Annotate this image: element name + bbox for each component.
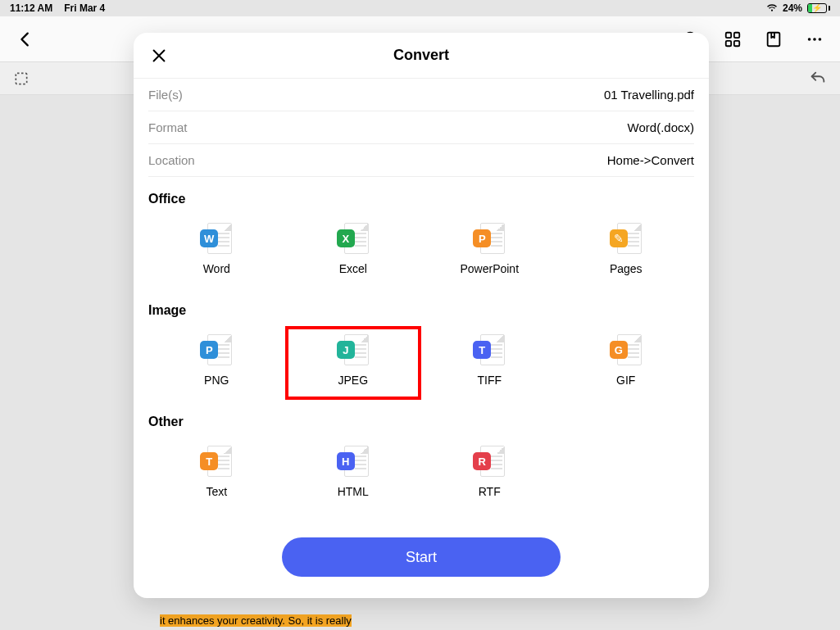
- back-button[interactable]: [16, 30, 34, 48]
- format-html[interactable]: HHTML: [285, 437, 422, 511]
- doc-line: it enhances your creativity. So, it is r…: [160, 614, 352, 627]
- svg-rect-1: [726, 32, 731, 37]
- format-label: Pages: [610, 262, 642, 275]
- more-icon[interactable]: [806, 30, 824, 48]
- format-powerpoint[interactable]: PPowerPoint: [421, 215, 558, 288]
- format-label: Format: [148, 120, 188, 134]
- modal-title: Convert: [393, 47, 449, 64]
- location-label: Location: [148, 153, 195, 167]
- files-value: 01 Travelling.pdf: [604, 88, 694, 102]
- format-label: TIFF: [477, 374, 502, 387]
- select-tool-icon[interactable]: [13, 70, 30, 87]
- format-jpeg[interactable]: JJPEG: [285, 326, 422, 400]
- battery-icon: ⚡: [807, 3, 830, 13]
- format-rtf[interactable]: RRTF: [421, 437, 558, 511]
- svg-point-7: [813, 38, 816, 41]
- format-icon: [610, 223, 642, 254]
- format-icon: P: [473, 223, 506, 254]
- format-icon: X: [337, 223, 370, 254]
- format-label: PNG: [204, 374, 229, 387]
- format-word[interactable]: WWord: [148, 215, 285, 288]
- format-excel[interactable]: XExcel: [285, 215, 422, 288]
- svg-rect-9: [16, 73, 26, 84]
- format-tiff[interactable]: TTIFF: [421, 326, 558, 400]
- office-title: Office: [148, 192, 694, 206]
- format-label: GIF: [616, 374, 635, 387]
- status-bar: 11:12 AM Fri Mar 4 24% ⚡: [0, 0, 840, 16]
- undo-icon[interactable]: [809, 70, 827, 88]
- format-label: Text: [206, 485, 227, 498]
- close-icon[interactable]: [150, 47, 168, 65]
- format-icon: R: [473, 446, 506, 477]
- image-title: Image: [148, 303, 694, 318]
- modal-header: Convert: [134, 33, 709, 79]
- svg-point-8: [819, 38, 822, 41]
- files-row[interactable]: File(s) 01 Travelling.pdf: [148, 79, 694, 111]
- format-label: JPEG: [338, 374, 368, 387]
- format-gif[interactable]: GGIF: [558, 326, 695, 400]
- format-label: HTML: [338, 485, 369, 498]
- format-icon: W: [200, 223, 233, 254]
- format-icon: T: [200, 446, 233, 477]
- format-label: Excel: [339, 262, 367, 275]
- svg-rect-2: [734, 32, 739, 37]
- svg-point-6: [808, 38, 811, 41]
- format-icon: P: [200, 334, 233, 365]
- format-label: PowerPoint: [460, 262, 519, 275]
- format-label: Word: [203, 262, 230, 275]
- format-label: RTF: [479, 485, 501, 498]
- other-title: Other: [148, 415, 694, 429]
- status-date: Fri Mar 4: [64, 2, 105, 14]
- location-value: Home->Convert: [607, 153, 694, 167]
- battery-percent: 24%: [783, 2, 802, 14]
- format-text[interactable]: TText: [148, 437, 285, 511]
- bookmark-icon[interactable]: [765, 30, 783, 48]
- svg-rect-3: [726, 40, 731, 45]
- format-pages[interactable]: Pages: [558, 215, 695, 288]
- files-label: File(s): [148, 88, 183, 102]
- format-icon: T: [473, 334, 506, 365]
- location-row[interactable]: Location Home->Convert: [148, 144, 694, 177]
- format-value: Word(.docx): [628, 120, 694, 134]
- svg-rect-4: [734, 40, 739, 45]
- convert-modal: Convert File(s) 01 Travelling.pdf Format…: [134, 33, 709, 598]
- format-icon: H: [337, 446, 370, 477]
- format-row[interactable]: Format Word(.docx): [148, 111, 694, 144]
- grid-icon[interactable]: [724, 30, 742, 48]
- format-icon: G: [610, 334, 642, 365]
- format-png[interactable]: PPNG: [148, 326, 285, 400]
- format-sections: Office WWordXExcelPPowerPointPages Image…: [148, 192, 694, 511]
- format-icon: J: [337, 334, 370, 365]
- start-button[interactable]: Start: [282, 537, 561, 577]
- wifi-icon: [766, 4, 778, 12]
- status-time: 11:12 AM: [10, 2, 52, 14]
